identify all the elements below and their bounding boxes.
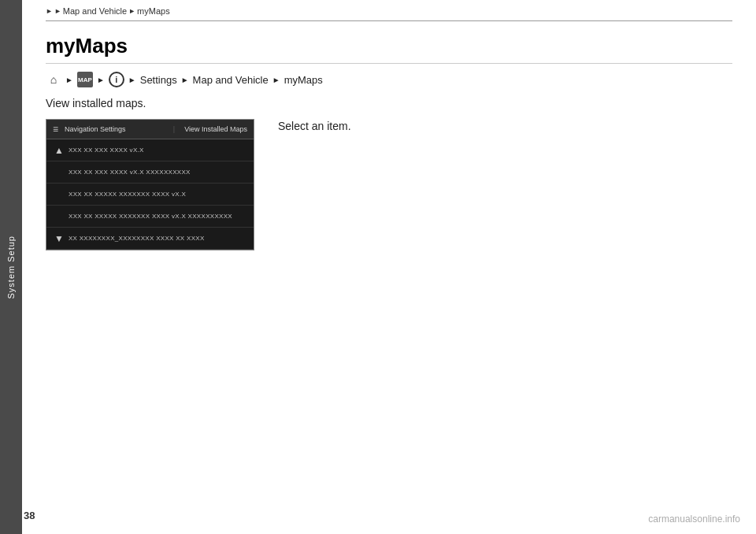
nav-path: ⌂ ► MAP ► i ► Settings ► Map and Vehicle… [46, 72, 732, 87]
nav-arrow-3: ► [128, 76, 136, 84]
sidebar: System Setup [0, 0, 22, 534]
screen-row-text-1: XXX XX XXX XXXX vX.X [69, 146, 144, 154]
screen-header-nav-settings: Navigation Settings [65, 125, 164, 133]
upload-icon: ▲ [54, 145, 64, 156]
screen-header-view-maps: View Installed Maps [184, 125, 247, 133]
main-content: ► ► Map and Vehicle ► myMaps myMaps ⌂ ► … [22, 0, 756, 534]
screen-row-4: XXX XX XXXXX XXXXXXX XXXX vX.X XXXXXXXXX… [46, 206, 254, 228]
screen-row-text-3: XXX XX XXXXX XXXXXXX XXXX vX.X [54, 191, 186, 198]
sidebar-label: System Setup [6, 235, 16, 299]
screen-row-text-4: XXX XX XXXXX XXXXXXX XXXX vX.X XXXXXXXXX… [54, 213, 232, 220]
menu-icon: ≡ [53, 124, 58, 135]
watermark: carmanualsonline.info [648, 514, 740, 525]
description-text: View installed maps. [46, 97, 732, 109]
nav-arrow-5: ► [272, 76, 280, 84]
screen-row-5: ▼ XX XXXXXXXX_XXXXXXXX XXXX XX XXXX [46, 228, 254, 250]
breadcrumb-item-1: Map and Vehicle [63, 6, 127, 16]
nav-arrow-4: ► [181, 76, 189, 84]
screen-header-divider: | [173, 125, 175, 133]
screen-mockup: ≡ Navigation Settings | View Installed M… [46, 119, 254, 250]
breadcrumb-arrow-1: ► [46, 7, 53, 15]
breadcrumb-arrow-2: ► [54, 7, 61, 15]
down-arrow-icon: ▼ [54, 233, 64, 244]
breadcrumb-arrow-3: ► [128, 7, 135, 15]
breadcrumb-item-2: myMaps [137, 6, 170, 16]
home-icon: ⌂ [46, 72, 61, 87]
screen-row-3: XXX XX XXXXX XXXXXXX XXXX vX.X [46, 184, 254, 206]
screen-header: ≡ Navigation Settings | View Installed M… [46, 120, 254, 139]
screen-container: ≡ Navigation Settings | View Installed M… [46, 119, 732, 250]
screen-row-text-5: XX XXXXXXXX_XXXXXXXX XXXX XX XXXX [69, 235, 205, 242]
nav-item-2: Map and Vehicle [193, 74, 269, 86]
select-instruction: Select an item. [278, 119, 351, 133]
screen-row-text-2: XXX XX XXX XXXX vX.X XXXXXXXXXX [54, 169, 191, 176]
select-instruction-text: Select an item. [278, 117, 351, 132]
breadcrumb: ► ► Map and Vehicle ► myMaps [46, 0, 732, 21]
map-icon: MAP [77, 72, 93, 87]
nav-arrow-2: ► [97, 76, 105, 84]
nav-item-1: Settings [140, 74, 177, 86]
info-icon: i [109, 72, 124, 87]
nav-arrow-1: ► [65, 76, 73, 84]
page-number: 38 [24, 510, 35, 521]
screen-row-1: ▲ XXX XX XXX XXXX vX.X [46, 139, 254, 161]
screen-row-2: XXX XX XXX XXXX vX.X XXXXXXXXXX [46, 161, 254, 184]
page-title: myMaps [46, 34, 732, 64]
nav-item-3: myMaps [284, 74, 323, 86]
